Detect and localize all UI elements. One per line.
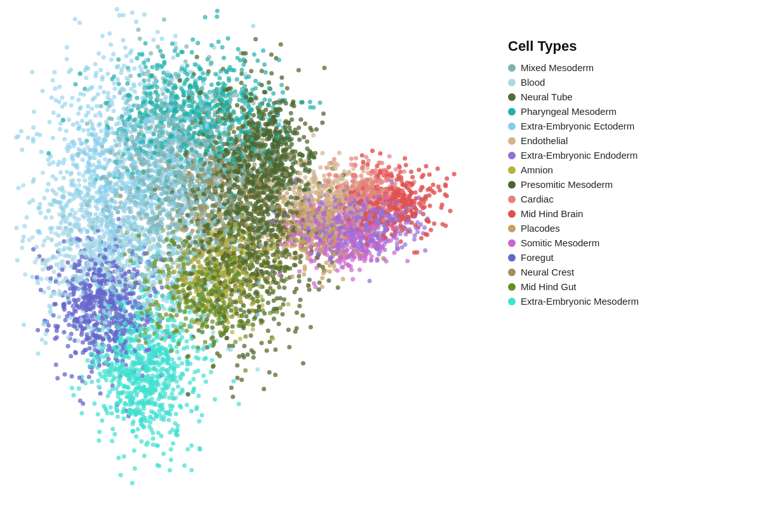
legend-dot bbox=[508, 79, 516, 86]
legend-dot bbox=[508, 254, 516, 262]
legend-label: Blood bbox=[521, 77, 545, 88]
legend-label: Neural Tube bbox=[521, 91, 573, 102]
legend-item: Extra-Embryonic Ectoderm bbox=[508, 121, 749, 131]
legend-item: Neural Tube bbox=[508, 91, 749, 102]
legend-label: Neural Crest bbox=[521, 267, 574, 277]
legend-label: Presomitic Mesoderm bbox=[521, 179, 613, 190]
legend-dot bbox=[508, 283, 516, 291]
legend-label: Endothelial bbox=[521, 135, 568, 146]
legend-label: Extra-Embryonic Ectoderm bbox=[521, 121, 634, 131]
main-container: Cell Types Mixed MesodermBloodNeural Tub… bbox=[0, 0, 762, 532]
legend-label: Extra-Embryonic Endoderm bbox=[521, 150, 638, 161]
legend-dot bbox=[508, 239, 516, 247]
legend-label: Foregut bbox=[521, 252, 554, 263]
legend-dot bbox=[508, 137, 516, 145]
legend-label: Pharyngeal Mesoderm bbox=[521, 106, 617, 117]
legend-dot bbox=[508, 181, 516, 189]
legend-dot bbox=[508, 298, 516, 305]
scatter-plot bbox=[0, 0, 495, 532]
legend-label: Mixed Mesoderm bbox=[521, 62, 594, 73]
legend-label: Cardiac bbox=[521, 194, 554, 204]
legend-dot bbox=[508, 210, 516, 218]
legend-dot bbox=[508, 196, 516, 203]
legend-item: Mixed Mesoderm bbox=[508, 62, 749, 73]
legend-item: Extra-Embryonic Endoderm bbox=[508, 150, 749, 161]
legend-item: Extra-Embryonic Mesoderm bbox=[508, 296, 749, 307]
legend-dot bbox=[508, 93, 516, 101]
legend-item: Foregut bbox=[508, 252, 749, 263]
legend-dot bbox=[508, 225, 516, 232]
legend-item: Blood bbox=[508, 77, 749, 88]
legend-item: Presomitic Mesoderm bbox=[508, 179, 749, 190]
legend-dot bbox=[508, 123, 516, 130]
legend-item: Mid Hind Gut bbox=[508, 281, 749, 292]
legend-label: Extra-Embryonic Mesoderm bbox=[521, 296, 639, 307]
legend-title: Cell Types bbox=[508, 38, 749, 55]
legend-item: Neural Crest bbox=[508, 267, 749, 277]
scatter-area bbox=[0, 0, 495, 532]
legend-area: Cell Types Mixed MesodermBloodNeural Tub… bbox=[495, 0, 762, 532]
legend-item: Endothelial bbox=[508, 135, 749, 146]
legend-label: Mid Hind Brain bbox=[521, 208, 583, 219]
legend-item: Pharyngeal Mesoderm bbox=[508, 106, 749, 117]
legend-dot bbox=[508, 269, 516, 276]
legend-items: Mixed MesodermBloodNeural TubePharyngeal… bbox=[508, 62, 749, 307]
legend-dot bbox=[508, 108, 516, 116]
legend-label: Amnion bbox=[521, 164, 553, 175]
legend-item: Placodes bbox=[508, 223, 749, 234]
legend-item: Mid Hind Brain bbox=[508, 208, 749, 219]
legend-label: Mid Hind Gut bbox=[521, 281, 577, 292]
legend-dot bbox=[508, 166, 516, 174]
legend-item: Amnion bbox=[508, 164, 749, 175]
legend-label: Somitic Mesoderm bbox=[521, 237, 599, 248]
legend-dot bbox=[508, 64, 516, 72]
legend-dot bbox=[508, 152, 516, 159]
legend-label: Placodes bbox=[521, 223, 560, 234]
legend-item: Cardiac bbox=[508, 194, 749, 204]
legend-item: Somitic Mesoderm bbox=[508, 237, 749, 248]
